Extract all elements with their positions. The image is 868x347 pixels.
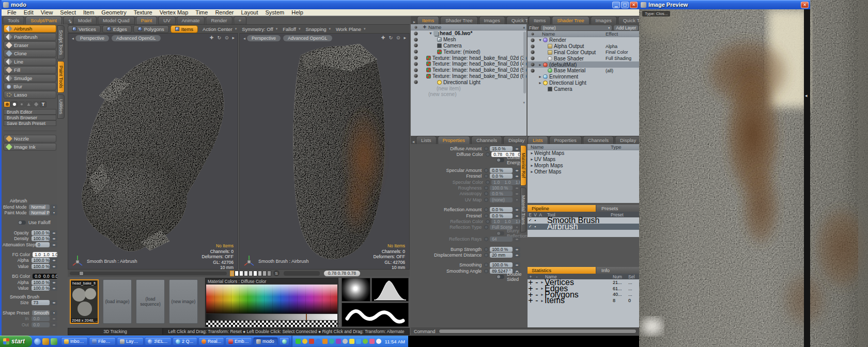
expand-icon[interactable]: ►: [530, 151, 534, 155]
eye-icon[interactable]: [531, 44, 535, 49]
bg-color-swatch[interactable]: 0.0 0.0 0.0: [33, 274, 57, 279]
lists-lists-tab[interactable]: Lists: [528, 136, 548, 144]
reflection-fresnel-field[interactable]: 0.0 %: [490, 213, 513, 218]
specular-fresnel-field[interactable]: 0.0 %: [490, 174, 513, 179]
tool-nozzle[interactable]: Nozzle: [4, 135, 56, 143]
shader-shader-tree-tab[interactable]: Shader Tree: [552, 16, 589, 24]
specular-amount-field[interactable]: 0.0 %: [490, 168, 513, 173]
image-preview-close-button[interactable]: ✕: [801, 2, 809, 8]
taskbar-button-explorer-group[interactable]: 3\EL...: [145, 337, 172, 345]
brightness-marker[interactable]: [306, 314, 307, 320]
size-spinner[interactable]: ◂▸: [51, 300, 57, 305]
reset-icon[interactable]: [484, 147, 488, 151]
channels-tab[interactable]: Channels: [471, 136, 502, 144]
shape-preset-select[interactable]: Smooth: [32, 310, 50, 316]
brush-tip-hard[interactable]: [11, 101, 18, 107]
viewport-right-renderer-selector[interactable]: Advanced OpenGL: [283, 35, 332, 41]
mode-polygons[interactable]: Polygons: [133, 25, 169, 33]
falloff-dropdown[interactable]: Falloff▾: [283, 26, 300, 32]
taskbar-button-modo[interactable]: modo: [253, 337, 278, 345]
tab-model[interactable]: Model: [73, 16, 97, 24]
tray-icon[interactable]: [316, 339, 321, 344]
tool-image-ink[interactable]: Image Ink: [4, 143, 56, 151]
tool-smudge[interactable]: Smudge: [4, 74, 56, 82]
viewport-left-rotate-icon[interactable]: ↻: [217, 35, 221, 40]
tree-row-texture-5[interactable]: Texture: Image: head_bake_final_02d (5): [411, 67, 526, 73]
current-color-value[interactable]: 0.78 0.78 0.78: [324, 271, 360, 276]
spinner-icon[interactable]: ◂▸: [514, 213, 520, 218]
maximize-button[interactable]: ▢: [621, 2, 629, 8]
tree-row-directional-light[interactable]: Directional Light: [411, 79, 526, 85]
fg-alpha-field[interactable]: 100.0 %: [32, 258, 50, 263]
eye-icon[interactable]: [531, 56, 535, 60]
shader-row-base-shader[interactable]: Base ShaderFull Shading: [528, 55, 640, 61]
info-tab[interactable]: Info: [596, 267, 640, 274]
menu-vertex-map[interactable]: Vertex Map: [156, 9, 192, 15]
tray-icon[interactable]: [376, 339, 381, 344]
eye-icon[interactable]: [414, 62, 418, 66]
fg-alpha-spinner[interactable]: ◂▸: [51, 258, 57, 263]
lists-row-weight-maps[interactable]: ►Weight Maps: [528, 150, 640, 156]
clip-scroll-slider[interactable]: [70, 272, 227, 275]
viewport-right-canvas[interactable]: [240, 34, 410, 270]
tool-fill[interactable]: Fill: [4, 66, 56, 74]
expand-icon[interactable]: ►: [538, 81, 542, 85]
reset-icon[interactable]: [484, 269, 488, 273]
tray-icon[interactable]: [363, 339, 368, 344]
expand-icon[interactable]: ►: [538, 63, 542, 67]
shader-tree-tab[interactable]: Shader Tree: [440, 16, 477, 24]
quick-launch-icon-3[interactable]: [51, 338, 57, 345]
tree-row-texture-4[interactable]: Texture: Image: head_bake_final_02d (4): [411, 61, 526, 67]
menu-item[interactable]: Item: [80, 9, 98, 15]
tree-row-scene[interactable]: ▼head_06.lwo*: [411, 30, 526, 37]
spinner-icon[interactable]: ◂▸: [514, 207, 520, 212]
viewport-left[interactable]: ◂ Perspective Advanced OpenGL ✚ ↻ ⊙ ▸ No…: [68, 33, 238, 270]
bump-strength-field[interactable]: 100.0 %: [490, 247, 513, 252]
viewport-right-more-icon[interactable]: ▸: [404, 35, 406, 40]
start-button[interactable]: start: [0, 336, 32, 347]
tray-icon[interactable]: [369, 339, 375, 344]
fg-value-spinner[interactable]: ◂▸: [51, 264, 57, 269]
shader-row-default-mat[interactable]: ►(defaultMat): [528, 61, 640, 68]
viewport-left-zoom-icon[interactable]: ⊙: [225, 35, 229, 40]
reset-icon[interactable]: [484, 174, 488, 178]
swatch-s-button[interactable]: S: [273, 270, 280, 276]
scroll-left-icon[interactable]: ◂: [805, 93, 808, 98]
statistics-header[interactable]: Statistics: [528, 267, 596, 274]
lists-channels-tab[interactable]: Channels: [583, 136, 614, 144]
tool-paintbrush[interactable]: Paintbrush: [4, 33, 56, 41]
stats-row-items[interactable]: +- ►Items 80: [528, 297, 640, 304]
taskbar-button-q-group[interactable]: 2 Q...: [173, 337, 197, 345]
viewport-left-menu-icon[interactable]: ◂: [70, 36, 75, 41]
eye-icon[interactable]: [414, 38, 418, 42]
clip-thumbnail-selected[interactable]: head_bake_fi 2048 x 2048, ...: [70, 279, 99, 324]
viewport-right-pan-icon[interactable]: ✚: [381, 35, 385, 40]
lists-properties-tab[interactable]: Properties: [549, 136, 582, 144]
lists-type-header[interactable]: Type: [611, 144, 640, 150]
taskbar-button-realplayer[interactable]: Real...: [198, 337, 224, 345]
shader-row-render[interactable]: ▼Render: [528, 37, 640, 43]
eye-icon[interactable]: [414, 50, 418, 54]
alpha-strip[interactable]: [206, 321, 337, 327]
tray-icon[interactable]: [356, 339, 361, 344]
paint-mode-select[interactable]: Normal Proj ...: [29, 210, 50, 215]
images-tab[interactable]: Images: [479, 16, 505, 24]
color-spectrum[interactable]: [206, 285, 337, 313]
swatch-1[interactable]: [230, 271, 234, 276]
work-plane-dropdown[interactable]: Work Plane▾: [336, 26, 365, 32]
menu-time[interactable]: Time: [192, 9, 211, 15]
tray-icon[interactable]: [349, 339, 354, 344]
viewport-left-view-selector[interactable]: Perspective: [75, 35, 109, 41]
expand-icon[interactable]: ►: [540, 287, 545, 290]
brush-tip-shape1[interactable]: [25, 101, 32, 107]
tab-uv[interactable]: UV: [158, 16, 175, 24]
image-preview-scrollbar[interactable]: ◂: [804, 9, 810, 347]
taskbar-button-extra[interactable]: [279, 337, 289, 345]
shader-row-camera[interactable]: Camera: [528, 86, 640, 92]
eye-icon[interactable]: [531, 38, 535, 42]
items-scroll-up-icon[interactable]: ▴: [523, 25, 526, 29]
viewport-left-pan-icon[interactable]: ✚: [210, 35, 214, 40]
expand-icon[interactable]: ►: [530, 170, 534, 174]
tool-line[interactable]: Line: [4, 58, 56, 66]
shader-row-final-color-output[interactable]: Final Color OutputFinal Color: [528, 50, 640, 56]
